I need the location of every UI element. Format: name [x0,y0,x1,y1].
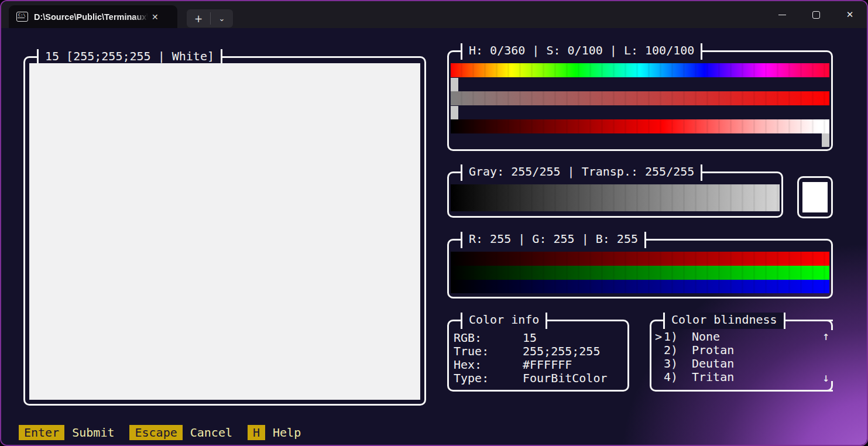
gray-panel: Gray: 255/255 | Transp.: 255/255 [447,171,783,218]
keybinding-cancel[interactable]: Escape Cancel [129,425,232,440]
keybinding-bar: Enter Submit Escape Cancel H Help [19,425,316,440]
key-action-label: Submit [72,426,114,440]
hsl-panel: H: 0/360 | S: 0/100 | L: 100/100 [447,50,833,151]
terminal-window: C:\ D:\Source\Public\Terminaux\T ✕ + ⌄ ✕… [0,0,868,446]
key-action-label: Help [273,426,301,440]
titlebar: C:\ D:\Source\Public\Terminaux\T ✕ + ⌄ ✕ [1,1,867,28]
color-preview-swatch [29,63,420,400]
color-preview-panel: 15 [255;255;255 | White] [23,56,426,406]
info-row-true: True: 255;255;255 [454,345,627,358]
maximize-icon [812,11,820,19]
lightness-steps [451,119,829,133]
selection-marker: > [651,330,664,344]
scroll-up-icon[interactable]: ↑ [822,329,829,343]
gray-steps [451,184,780,211]
new-tab-button[interactable]: + [187,9,210,28]
blue-steps [451,280,829,293]
blue-slider-bar[interactable] [451,280,829,293]
command-prompt-icon: C:\ [16,12,28,22]
item-number: 1) [664,330,692,344]
red-steps [451,252,829,266]
gray-slider-bar[interactable] [451,184,780,211]
keybinding-submit[interactable]: Enter Submit [19,425,114,440]
rgb-title: R: 255 | G: 255 | B: 255 [461,232,646,248]
info-label: True: [454,345,523,358]
saturation-slider-handle[interactable] [451,106,458,120]
info-value: 255;255;255 [523,345,600,358]
terminal-tab[interactable]: C:\ D:\Source\Public\Terminaux\T ✕ [9,5,177,28]
keybinding-help[interactable]: H Help [248,425,301,440]
info-row-rgb: RGB: 15 [454,331,627,345]
key-badge: Enter [19,425,64,440]
tab-close-icon[interactable]: ✕ [152,12,159,22]
maximize-button[interactable] [799,1,833,28]
info-value: FourBitColor [523,372,608,385]
hsl-title: H: 0/360 | S: 0/100 | L: 100/100 [461,43,702,60]
saturation-steps [451,91,829,105]
item-number: 3) [664,357,692,370]
hue-slider-bar[interactable] [451,63,829,77]
close-button[interactable]: ✕ [833,1,867,28]
item-label: None [692,330,720,344]
color-info-title: Color info [461,313,547,329]
hue-steps [451,63,829,77]
current-color-swatch [802,182,828,212]
scroll-down-icon[interactable]: ↓ [822,370,829,385]
color-blindness-title: Color blindness [663,313,785,329]
list-item-protan[interactable]: 2) Protan [651,344,833,357]
green-steps [451,266,829,280]
info-value: 15 [523,331,537,345]
info-label: RGB: [454,331,523,345]
key-badge: Escape [129,425,182,440]
lightness-slider-handle[interactable] [822,133,829,147]
list-item-deutan[interactable]: 3) Deutan [651,357,833,370]
item-label: Deutan [692,357,734,370]
lightness-slider-bar[interactable] [451,119,829,133]
info-row-type: Type: FourBitColor [454,372,627,385]
minimize-icon [778,15,786,15]
window-controls: ✕ [765,1,867,28]
info-value: #FFFFFF [523,358,572,372]
key-badge: H [248,425,265,440]
hue-slider-handle[interactable] [451,78,458,92]
info-label: Type: [454,372,523,385]
item-label: Tritan [692,370,734,384]
gray-title: Gray: 255/255 | Transp.: 255/255 [461,164,702,181]
minimize-button[interactable] [765,1,799,28]
color-blindness-panel: Color blindness > 1) None 2) Protan 3) D… [650,320,833,392]
current-color-box [797,176,833,218]
tab-title: D:\Source\Public\Terminaux\T [34,12,148,22]
item-label: Protan [692,344,734,357]
tab-dropdown-button[interactable]: ⌄ [211,9,233,28]
tab-actions: + ⌄ [187,9,233,28]
info-row-hex: Hex: #FFFFFF [454,358,627,372]
key-action-label: Cancel [190,426,232,440]
saturation-slider-bar[interactable] [451,91,829,105]
item-number: 4) [664,370,692,384]
red-slider-bar[interactable] [451,252,829,266]
info-label: Hex: [454,358,523,372]
rgb-panel: R: 255 | G: 255 | B: 255 [447,239,833,299]
color-info-panel: Color info RGB: 15 True: 255;255;255 Hex… [447,320,629,392]
list-item-none[interactable]: > 1) None [651,330,833,344]
green-slider-bar[interactable] [451,266,829,280]
item-number: 2) [664,344,692,357]
terminal-canvas: 15 [255;255;255 | White] H: 0/360 | S: 0… [1,28,867,445]
